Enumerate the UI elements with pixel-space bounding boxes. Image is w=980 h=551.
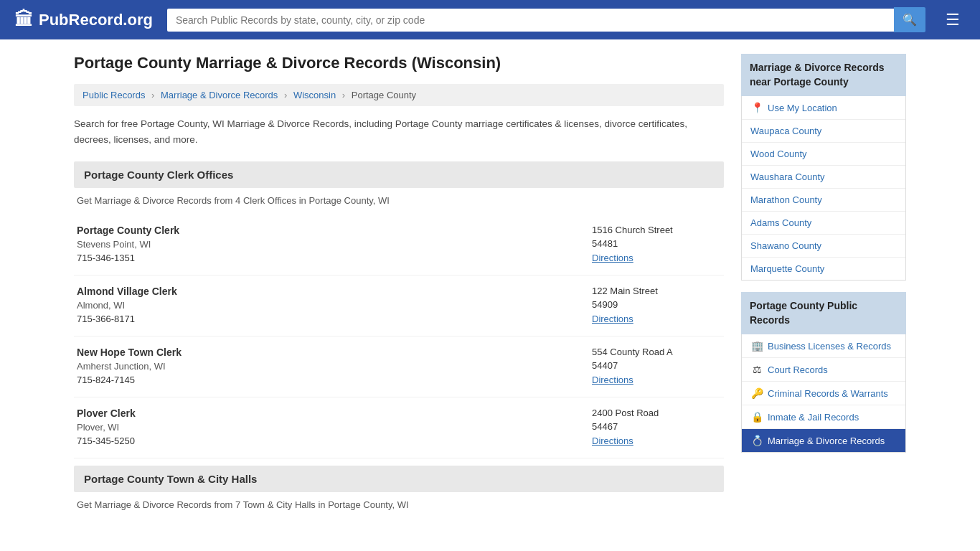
location-icon: 📍: [750, 102, 763, 113]
clerk-name-0: Portage County Clerk: [77, 225, 179, 236]
sidebar-pr-item-1[interactable]: ⚖Court Records: [742, 358, 905, 382]
county-link-2[interactable]: Waushara County: [750, 171, 825, 182]
search-icon: 🔍: [903, 14, 917, 26]
clerk-left-2: New Hope Town Clerk Amherst Junction, WI…: [77, 347, 182, 385]
clerk-zip-2: 54407: [592, 360, 721, 371]
pr-icon-2: 🔑: [750, 387, 763, 399]
clerk-zip-3: 54467: [592, 421, 721, 432]
clerk-zip-0: 54481: [592, 238, 721, 249]
clerk-city-0: Stevens Point, WI: [77, 239, 179, 250]
search-area: 🔍: [167, 7, 925, 32]
clerk-right-2: 554 County Road A 54407 Directions: [592, 347, 721, 385]
breadcrumb: Public Records › Marriage & Divorce Reco…: [74, 84, 724, 106]
public-records-list: 🏢Business Licenses & Records⚖Court Recor…: [741, 334, 906, 453]
menu-icon: ☰: [946, 11, 960, 29]
nearby-list: 📍Use My LocationWaupaca CountyWood Count…: [741, 96, 906, 281]
clerk-entry: Almond Village Clerk Almond, WI 715-366-…: [74, 278, 724, 336]
sidebar-county-3[interactable]: Marathon County: [742, 189, 905, 212]
clerk-entry: New Hope Town Clerk Amherst Junction, WI…: [74, 339, 724, 397]
sidebar-county-5[interactable]: Shawano County: [742, 235, 905, 258]
clerk-address-0: 1516 Church Street: [592, 225, 721, 235]
pr-link-0[interactable]: Business Licenses & Records: [768, 341, 891, 352]
clerk-entry: Plover Clerk Plover, WI 715-345-5250 240…: [74, 400, 724, 458]
pr-icon-0: 🏢: [750, 340, 763, 352]
sidebar-pr-item-0[interactable]: 🏢Business Licenses & Records: [742, 334, 905, 358]
pr-link-4[interactable]: Marriage & Divorce Records: [768, 435, 885, 446]
pr-icon-4: 💍: [750, 435, 763, 446]
pr-link-2[interactable]: Criminal Records & Warrants: [768, 388, 888, 399]
town-section-heading: Portage County Town & City Halls: [74, 466, 724, 492]
sidebar-pr-item-4[interactable]: 💍Marriage & Divorce Records: [742, 429, 905, 452]
breadcrumb-sep-1: ›: [151, 90, 154, 100]
breadcrumb-portage: Portage County: [352, 90, 416, 100]
sidebar-pr-item-3[interactable]: 🔒Inmate & Jail Records: [742, 405, 905, 429]
county-link-0[interactable]: Waupaca County: [750, 126, 821, 136]
clerk-name-1: Almond Village Clerk: [77, 286, 177, 297]
county-link-5[interactable]: Shawano County: [750, 240, 821, 251]
breadcrumb-public-records[interactable]: Public Records: [83, 90, 145, 100]
pr-link-3[interactable]: Inmate & Jail Records: [768, 412, 859, 423]
clerk-section-heading: Portage County Clerk Offices: [74, 161, 724, 188]
main-container: Portage County Marriage & Divorce Record…: [60, 39, 920, 536]
sidebar-county-2[interactable]: Waushara County: [742, 166, 905, 189]
sidebar-county-1[interactable]: Wood County: [742, 143, 905, 166]
sidebar-use-location[interactable]: 📍Use My Location: [742, 96, 905, 120]
breadcrumb-sep-3: ›: [342, 90, 345, 100]
clerk-name-2: New Hope Town Clerk: [77, 347, 182, 358]
clerk-address-2: 554 County Road A: [592, 347, 721, 357]
clerk-right-3: 2400 Post Road 54467 Directions: [592, 408, 721, 446]
pr-icon-1: ⚖: [750, 364, 763, 375]
clerk-city-3: Plover, WI: [77, 422, 136, 433]
clerk-left-1: Almond Village Clerk Almond, WI 715-366-…: [77, 286, 177, 324]
clerk-name-3: Plover Clerk: [77, 408, 136, 419]
directions-link-1[interactable]: Directions: [592, 314, 633, 324]
clerk-address-3: 2400 Post Road: [592, 408, 721, 418]
sidebar-pr-item-2[interactable]: 🔑Criminal Records & Warrants: [742, 382, 905, 405]
breadcrumb-marriage-divorce[interactable]: Marriage & Divorce Records: [161, 90, 278, 100]
logo-text: PubRecord.org: [39, 11, 153, 29]
search-input[interactable]: [167, 9, 894, 32]
sidebar-county-6[interactable]: Marquette County: [742, 258, 905, 280]
directions-link-0[interactable]: Directions: [592, 253, 633, 263]
nearby-header: Marriage & Divorce Records near Portage …: [741, 54, 906, 96]
page-title: Portage County Marriage & Divorce Record…: [74, 54, 724, 72]
public-records-box: Portage County Public Records 🏢Business …: [741, 292, 906, 453]
use-location-link[interactable]: Use My Location: [768, 103, 837, 113]
county-link-1[interactable]: Wood County: [750, 149, 807, 159]
page-description: Search for free Portage County, WI Marri…: [74, 116, 724, 147]
clerk-section-subtext: Get Marriage & Divorce Records from 4 Cl…: [74, 195, 724, 206]
public-records-header: Portage County Public Records: [741, 292, 906, 334]
breadcrumb-sep-2: ›: [284, 90, 287, 100]
clerk-phone-2: 715-824-7145: [77, 375, 182, 385]
clerk-city-1: Almond, WI: [77, 300, 177, 311]
pr-icon-3: 🔒: [750, 411, 763, 423]
clerk-phone-1: 715-366-8171: [77, 314, 177, 324]
clerk-right-0: 1516 Church Street 54481 Directions: [592, 225, 721, 263]
clerk-phone-3: 715-345-5250: [77, 435, 136, 446]
clerk-right-1: 122 Main Street 54909 Directions: [592, 286, 721, 324]
clerk-zip-1: 54909: [592, 299, 721, 310]
directions-link-2[interactable]: Directions: [592, 375, 633, 385]
county-link-4[interactable]: Adams County: [750, 217, 811, 228]
logo-icon: 🏛: [14, 9, 33, 31]
town-section-subtext: Get Marriage & Divorce Records from 7 To…: [74, 499, 724, 510]
sidebar-county-4[interactable]: Adams County: [742, 212, 905, 235]
sidebar-county-0[interactable]: Waupaca County: [742, 120, 905, 143]
site-logo[interactable]: 🏛 PubRecord.org: [14, 9, 153, 31]
clerk-phone-0: 715-346-1351: [77, 253, 179, 263]
clerk-address-1: 122 Main Street: [592, 286, 721, 296]
content-area: Portage County Marriage & Divorce Record…: [74, 54, 724, 522]
menu-button[interactable]: ☰: [940, 8, 966, 32]
directions-link-3[interactable]: Directions: [592, 435, 633, 446]
breadcrumb-wisconsin[interactable]: Wisconsin: [293, 90, 336, 100]
pr-link-1[interactable]: Court Records: [768, 364, 828, 375]
clerk-entry: Portage County Clerk Stevens Point, WI 7…: [74, 217, 724, 276]
county-link-3[interactable]: Marathon County: [750, 194, 822, 205]
sidebar: Marriage & Divorce Records near Portage …: [741, 54, 906, 522]
search-button[interactable]: 🔍: [894, 7, 925, 32]
clerk-left-3: Plover Clerk Plover, WI 715-345-5250: [77, 408, 136, 446]
clerk-left-0: Portage County Clerk Stevens Point, WI 7…: [77, 225, 179, 263]
town-section: Portage County Town & City Halls Get Mar…: [74, 466, 724, 510]
nearby-box: Marriage & Divorce Records near Portage …: [741, 54, 906, 281]
county-link-6[interactable]: Marquette County: [750, 263, 824, 274]
